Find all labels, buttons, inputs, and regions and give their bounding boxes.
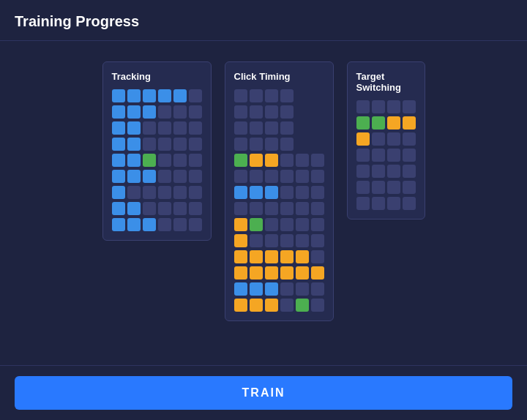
- cell-1-2: [387, 116, 400, 130]
- cell-13-0: [234, 299, 247, 312]
- cell-2-0: [234, 121, 247, 135]
- cell-2-3: [403, 132, 416, 146]
- cell-7-4: [173, 202, 187, 215]
- cell-6-1: [250, 186, 263, 199]
- cell-1-4: [173, 105, 187, 119]
- cell-8-5: [311, 218, 324, 231]
- cell-7-0: [234, 202, 247, 215]
- cell-11-3: [280, 266, 294, 280]
- cell-13-5: [311, 299, 324, 312]
- cell-12-2: [265, 282, 278, 296]
- table-row: [356, 132, 416, 146]
- cell-7-5: [189, 202, 202, 215]
- cell-12-1: [250, 282, 263, 296]
- cell-0-2: [265, 89, 278, 102]
- cell-5-2: [143, 170, 156, 183]
- cell-1-2: [143, 105, 156, 119]
- panel-title-click-timing: Click Timing: [234, 71, 324, 82]
- cell-4-0: [112, 154, 125, 167]
- cell-6-0: [234, 186, 247, 199]
- table-row: [234, 218, 324, 231]
- cell-2-3: [158, 121, 171, 135]
- cell-2-1: [372, 132, 385, 146]
- cell-0-0: [356, 100, 370, 113]
- table-row: [356, 165, 416, 178]
- cell-3-2: [265, 138, 278, 151]
- cell-1-2: [265, 105, 278, 119]
- cell-1-3: [158, 105, 171, 119]
- cell-7-3: [158, 202, 171, 215]
- cell-6-2: [387, 197, 400, 210]
- cell-4-0: [234, 154, 247, 167]
- cell-12-3: [280, 282, 294, 296]
- cell-0-3: [280, 89, 294, 102]
- panel-title-target-switching: TargetSwitching: [356, 71, 416, 93]
- cell-13-2: [265, 299, 278, 312]
- cell-1-1: [250, 105, 263, 119]
- cell-8-1: [250, 218, 263, 231]
- cell-0-2: [143, 89, 156, 102]
- cell-8-0: [234, 218, 247, 231]
- cell-13-1: [250, 299, 263, 312]
- cell-4-1: [127, 154, 141, 167]
- table-row: [234, 89, 324, 102]
- cell-3-3: [403, 149, 416, 162]
- cell-12-0: [234, 282, 247, 296]
- cell-6-5: [311, 186, 324, 199]
- page-title: Training Progress: [15, 13, 512, 30]
- table-row: [112, 89, 202, 102]
- cell-11-1: [250, 266, 263, 280]
- cell-3-0: [234, 138, 247, 151]
- cell-9-4: [296, 234, 309, 247]
- table-row: [356, 116, 416, 130]
- cell-0-5: [189, 89, 202, 102]
- cell-0-3: [158, 89, 171, 102]
- panel-click-timing: Click Timing: [225, 61, 334, 321]
- cell-8-3: [158, 218, 171, 231]
- cell-6-3: [403, 197, 416, 210]
- panel-target-switching: TargetSwitching: [347, 61, 425, 220]
- cell-3-2: [387, 149, 400, 162]
- cell-8-0: [112, 218, 125, 231]
- header: Training Progress: [0, 0, 527, 41]
- cell-3-2: [143, 138, 156, 151]
- cell-5-1: [127, 170, 141, 183]
- cell-5-2: [387, 181, 400, 194]
- cell-6-2: [265, 186, 278, 199]
- table-row: [234, 250, 324, 263]
- cell-5-0: [356, 181, 370, 194]
- table-row: [112, 186, 202, 199]
- cell-10-1: [250, 250, 263, 263]
- cell-6-0: [112, 186, 125, 199]
- table-row: [234, 202, 324, 215]
- table-row: [356, 197, 416, 210]
- cell-5-3: [158, 170, 171, 183]
- cell-1-0: [112, 105, 125, 119]
- cell-8-4: [296, 218, 309, 231]
- cell-3-1: [127, 138, 141, 151]
- cell-1-1: [127, 105, 141, 119]
- cell-9-3: [280, 234, 294, 247]
- table-row: [112, 138, 202, 151]
- cell-1-0: [234, 105, 247, 119]
- cell-9-5: [311, 234, 324, 247]
- cell-13-3: [280, 299, 294, 312]
- cell-3-4: [173, 138, 187, 151]
- cell-6-3: [280, 186, 294, 199]
- cell-3-0: [112, 138, 125, 151]
- cell-5-3: [403, 181, 416, 194]
- cell-0-4: [173, 89, 187, 102]
- cell-1-3: [280, 105, 294, 119]
- cell-11-2: [265, 266, 278, 280]
- cell-12-4: [296, 282, 309, 296]
- cell-4-4: [296, 154, 309, 167]
- main-content: TrackingClick TimingTargetSwitching: [0, 41, 527, 365]
- table-row: [234, 234, 324, 247]
- cell-10-4: [296, 250, 309, 263]
- train-button[interactable]: TRAIN: [15, 376, 512, 410]
- table-row: [234, 154, 324, 167]
- cell-8-3: [280, 218, 294, 231]
- cell-6-2: [143, 186, 156, 199]
- cell-8-4: [173, 218, 187, 231]
- table-row: [356, 100, 416, 113]
